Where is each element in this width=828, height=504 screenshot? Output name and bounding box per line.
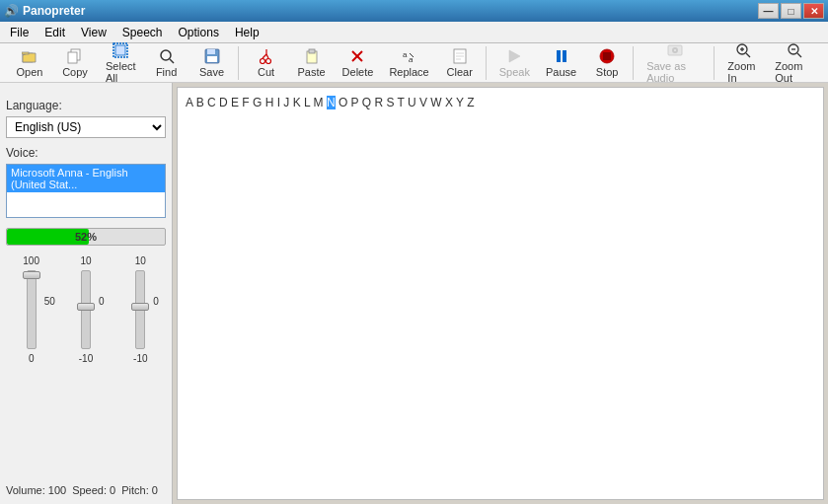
replace-button[interactable]: a a Replace [382, 46, 435, 80]
replace-label: Replace [389, 66, 428, 78]
zoom-out-button[interactable]: Zoom Out [768, 46, 820, 80]
speed-top-label: 10 [80, 255, 91, 266]
svg-rect-1 [22, 52, 29, 54]
language-select[interactable]: English (US) English (UK) Spanish French… [6, 116, 166, 138]
zoom-out-icon [787, 42, 802, 58]
select-all-button[interactable]: Select All [99, 46, 143, 80]
stop-icon [599, 48, 615, 64]
volume-slider-col: 100 50 0 [7, 255, 56, 364]
toolbar-group-speech: Speak Pause Stop [489, 46, 634, 80]
speed-track [81, 270, 91, 349]
app-title: Panopreter [23, 4, 85, 18]
delete-button[interactable]: Delete [336, 46, 381, 80]
title-bar: 🔊 Panopreter — □ ✕ [0, 0, 828, 22]
paste-button[interactable]: Paste [290, 46, 334, 80]
paste-label: Paste [298, 66, 326, 78]
svg-rect-10 [207, 56, 217, 62]
speed-thumb[interactable] [77, 303, 95, 311]
pause-button[interactable]: Pause [539, 46, 583, 80]
pause-label: Pause [546, 66, 576, 78]
speed-bottom-label: -10 [79, 353, 93, 364]
pitch-mid-label: 0 [153, 296, 159, 307]
svg-point-11 [260, 58, 264, 63]
volume-mid-label: 50 [44, 296, 55, 307]
pitch-status: Pitch: 0 [121, 484, 158, 496]
voice-item[interactable]: Microsoft Anna - English (United Stat... [7, 165, 165, 192]
svg-rect-17 [309, 49, 315, 53]
sliders-area: 100 50 0 10 0 -10 [6, 255, 166, 364]
svg-point-12 [265, 58, 270, 63]
svg-rect-31 [603, 52, 611, 60]
left-panel: Language: English (US) English (UK) Span… [0, 83, 173, 504]
zoom-out-label: Zoom Out [775, 60, 813, 84]
volume-top-label: 100 [23, 255, 39, 266]
svg-line-14 [266, 54, 268, 58]
cut-icon [259, 48, 274, 64]
volume-track [27, 270, 37, 349]
copy-button[interactable]: Copy [53, 46, 97, 80]
pitch-track [135, 270, 145, 349]
toolbar: Open Copy Select All [0, 43, 828, 83]
open-icon [22, 48, 38, 64]
pitch-thumb[interactable] [131, 303, 149, 311]
find-button[interactable]: Find [145, 46, 188, 80]
speed-mid-label: 0 [99, 296, 105, 307]
maximize-button[interactable]: □ [781, 3, 801, 19]
progress-text: 52% [7, 229, 165, 245]
menu-edit[interactable]: Edit [37, 24, 73, 41]
menu-speech[interactable]: Speech [114, 24, 171, 41]
play-icon [506, 48, 522, 64]
app-icon: 🔊 [4, 4, 19, 18]
toolbar-group-zoom: Zoom In Zoom Out [716, 46, 824, 80]
svg-text:a: a [403, 50, 408, 59]
save-audio-button[interactable]: Save as Audio [640, 46, 710, 80]
speak-button[interactable]: Speak [492, 46, 537, 80]
clear-label: Clear [447, 66, 473, 78]
toolbar-group-audio: Save as Audio [636, 46, 715, 80]
open-button[interactable]: Open [8, 46, 51, 80]
svg-line-40 [797, 53, 801, 57]
volume-bottom-label: 0 [29, 353, 35, 364]
menu-file[interactable]: File [2, 24, 37, 41]
save-button[interactable]: Save [190, 46, 234, 80]
zoom-in-button[interactable]: Zoom In [720, 46, 766, 80]
text-after: O P Q R S T U V W X Y Z [336, 96, 475, 109]
text-before: A B C D E F G H I J K L M [186, 96, 327, 109]
window-controls: — □ ✕ [758, 3, 824, 19]
zoom-in-icon [735, 42, 751, 58]
voice-listbox[interactable]: Microsoft Anna - English (United Stat... [6, 164, 166, 218]
main-layout: Language: English (US) English (UK) Span… [0, 83, 828, 504]
clear-button[interactable]: Clear [438, 46, 482, 80]
menu-view[interactable]: View [73, 24, 114, 41]
speed-status: Speed: 0 [72, 484, 115, 496]
content-text: A B C D E F G H I J K L M N O P Q R S T … [186, 96, 815, 109]
cut-button[interactable]: Cut [245, 46, 288, 80]
svg-point-6 [161, 50, 171, 60]
text-highlighted: N [327, 96, 336, 109]
menu-help[interactable]: Help [227, 24, 267, 41]
content-area[interactable]: A B C D E F G H I J K L M N O P Q R S T … [177, 87, 824, 500]
find-icon [159, 48, 175, 64]
menu-bar: File Edit View Speech Options Help [0, 22, 828, 43]
minimize-button[interactable]: — [758, 3, 779, 19]
pause-icon [554, 48, 569, 64]
svg-rect-3 [68, 52, 77, 63]
save-label: Save [199, 66, 224, 78]
svg-line-13 [263, 54, 266, 58]
pitch-slider-col: 10 0 -10 [115, 255, 165, 364]
menu-options[interactable]: Options [171, 24, 227, 41]
voice-label: Voice: [6, 146, 166, 160]
pitch-top-label: 10 [135, 255, 146, 266]
close-button[interactable]: ✕ [803, 3, 824, 19]
svg-line-36 [746, 53, 750, 57]
slider-status: Volume: 100 Speed: 0 Pitch: 0 [6, 476, 166, 496]
volume-thumb[interactable] [23, 271, 40, 279]
stop-label: Stop [596, 66, 619, 78]
svg-rect-29 [563, 50, 566, 62]
speed-slider-col: 10 0 -10 [61, 255, 111, 364]
pitch-bottom-label: -10 [133, 353, 147, 364]
stop-button[interactable]: Stop [585, 46, 629, 80]
copy-label: Copy [62, 66, 88, 78]
svg-rect-9 [207, 49, 215, 54]
progress-container: 52% [6, 228, 166, 246]
